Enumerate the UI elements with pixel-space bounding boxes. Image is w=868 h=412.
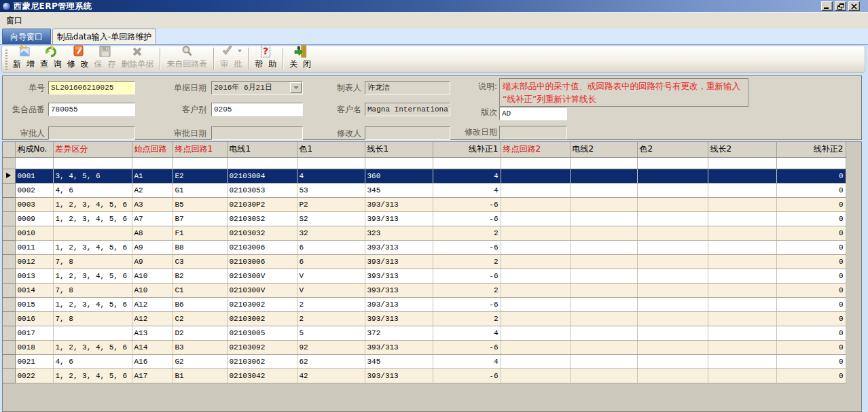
grid-cell[interactable]: 53 [297,183,365,197]
close-form-button[interactable]: 关 闭 [287,46,314,71]
grid-cell[interactable]: 62 [297,354,365,368]
grid-cell[interactable]: 0 [776,283,846,297]
grid-cell[interactable]: 1, 2, 3, 4, 5, 6 [53,297,132,311]
grid-cell[interactable] [501,283,570,297]
grid-cell[interactable]: -6 [433,197,501,211]
grid-cell[interactable]: C3 [173,254,227,269]
grid-cell[interactable]: 372 [365,326,433,340]
grid-cell[interactable]: 1, 2, 3, 4, 5, 6 [53,240,132,254]
grid-cell[interactable] [570,311,637,326]
from-circuit-table-button[interactable]: 来自回路表 [164,46,210,71]
grid-cell[interactable] [501,368,570,383]
table-row[interactable]: 00151, 2, 3, 4, 5, 6A12B6021030022393/31… [3,297,846,311]
grid-cell[interactable] [708,340,776,354]
grid-cell[interactable]: A10 [132,283,173,297]
grid-cell[interactable] [637,311,708,326]
grid-cell[interactable]: C2 [173,311,227,326]
table-row[interactable]: 00131, 2, 3, 4, 5, 6A10B20210300VV393/31… [3,269,846,283]
grid-cell[interactable]: A7 [132,211,173,226]
grid-cell[interactable]: 02103002 [227,311,297,326]
grid-cell[interactable]: 02103053 [227,183,297,197]
grid-cell[interactable] [501,254,570,269]
grid-cell[interactable]: A9 [132,254,173,269]
table-row[interactable]: 0017A13D202103005537240 [3,326,846,340]
row-selector[interactable] [3,240,15,254]
grid-cell[interactable] [637,354,708,368]
grid-cell[interactable] [708,197,776,211]
row-selector[interactable] [3,226,15,240]
grid-cell[interactable]: 0 [776,197,846,211]
tab-product-data-entry[interactable]: 制品data输入-单回路维护 [52,29,156,44]
grid-cell[interactable]: A9 [132,240,173,254]
grid-cell[interactable]: 0002 [15,183,53,197]
grid-cell[interactable]: 0014 [15,283,53,297]
grid-cell[interactable]: G1 [173,183,227,197]
doc-date-combo[interactable]: 2016年 6月21日 [211,81,303,95]
grid-cell[interactable]: 393/313 [365,340,433,354]
grid-cell[interactable]: 4 [433,183,501,197]
filter-cell[interactable] [365,157,433,169]
grid-cell[interactable]: G2 [173,354,227,368]
grid-cell[interactable]: -6 [433,240,501,254]
grid-cell[interactable]: 4, 6 [53,354,132,368]
grid-cell[interactable]: 0013 [15,269,53,283]
filter-cell[interactable] [637,157,708,169]
row-selector[interactable] [3,354,15,368]
grid-cell[interactable]: 1, 2, 3, 4, 5, 6 [53,269,132,283]
grid-cell[interactable]: 0012 [15,254,53,269]
grid-cell[interactable] [501,297,570,311]
grid-cell[interactable]: 92 [297,340,365,354]
approve-date-field[interactable] [211,126,303,140]
grid-cell[interactable] [570,283,637,297]
grid-cell[interactable]: 4, 6 [53,183,132,197]
row-selector[interactable] [3,269,15,283]
row-selector[interactable] [3,297,15,311]
filter-cell[interactable] [297,157,365,169]
grid-cell[interactable]: A10 [132,269,173,283]
grid-cell[interactable]: B3 [173,340,227,354]
grid-cell[interactable]: A12 [132,297,173,311]
grid-cell[interactable]: A1 [132,169,173,183]
grid-cell[interactable]: 0 [776,269,846,283]
grid-cell[interactable] [570,269,637,283]
grid-cell[interactable] [501,311,570,326]
column-header[interactable]: 始点回路 [132,142,173,157]
grid-cell[interactable]: 360 [365,169,433,183]
row-selector[interactable] [3,169,15,183]
grid-cell[interactable]: 4 [297,169,365,183]
grid-cell[interactable] [501,197,570,211]
grid-cell[interactable] [637,340,708,354]
grid-cell[interactable]: 02103042 [227,368,297,383]
row-selector[interactable] [3,326,15,340]
row-selector[interactable] [3,340,15,354]
grid-cell[interactable]: B1 [173,368,227,383]
row-selector[interactable] [3,368,15,383]
grid-cell[interactable]: 1, 2, 3, 4, 5, 6 [53,340,132,354]
grid-cell[interactable]: -6 [433,297,501,311]
grid-cell[interactable] [637,283,708,297]
column-header[interactable]: 色2 [637,142,708,157]
grid-cell[interactable]: 5 [297,326,365,340]
column-header[interactable]: 色1 [297,142,365,157]
grid-cell[interactable]: 2 [433,226,501,240]
grid-cell[interactable]: -6 [433,211,501,226]
grid-corner-cell[interactable] [3,142,15,157]
grid-cell[interactable]: 2 [433,311,501,326]
grid-cell[interactable]: 0 [776,211,846,226]
grid-cell[interactable]: 393/313 [365,269,433,283]
grid-cell[interactable] [570,354,637,368]
grid-cell[interactable]: 7, 8 [53,254,132,269]
filter-cell[interactable] [227,157,297,169]
grid-cell[interactable] [570,254,637,269]
grid-cell[interactable] [570,340,637,354]
column-header[interactable]: 差异区分 [53,142,132,157]
grid-cell[interactable] [570,226,637,240]
grid-cell[interactable]: 02103002 [227,297,297,311]
grid-cell[interactable]: A17 [132,368,173,383]
grid-cell[interactable] [708,311,776,326]
grid-cell[interactable]: P2 [297,197,365,211]
grid-cell[interactable]: 0022 [15,368,53,383]
grid-cell[interactable]: 393/313 [365,368,433,383]
grid-cell[interactable]: 4 [433,326,501,340]
filter-cell[interactable] [433,157,501,169]
